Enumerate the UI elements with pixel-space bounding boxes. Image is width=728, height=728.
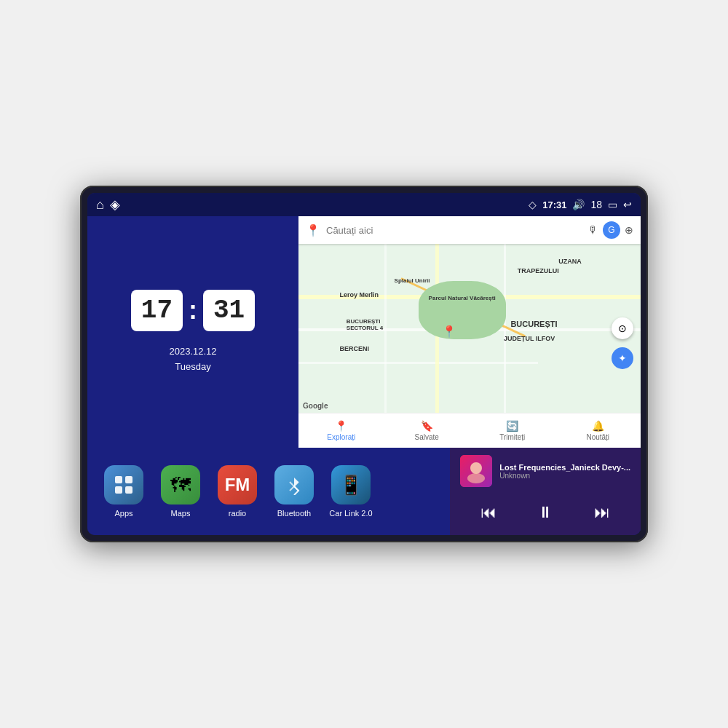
news-label: Noutăți [586, 433, 609, 441]
maps-pin-icon[interactable]: ◈ [110, 197, 120, 213]
music-player: Lost Frequencies_Janieck Devy-... Unknow… [450, 448, 641, 535]
play-pause-button[interactable]: ⏸ [530, 500, 561, 525]
svg-rect-1 [125, 476, 132, 483]
home-icon[interactable]: ⌂ [96, 197, 104, 213]
google-logo: Google [303, 402, 328, 410]
map-nav-saved[interactable]: 🔖 Salvate [384, 414, 470, 448]
car-unit-device: ⌂ ◈ ◇ 17:31 🔊 18 ▭ ↩ 17 : 31 [80, 186, 648, 542]
mic-icon-button[interactable]: 🎙 [588, 224, 598, 236]
date-text: 2023.12.12 [169, 344, 216, 360]
svg-rect-3 [125, 486, 132, 494]
app-icon-bluetooth[interactable]: Bluetooth [272, 465, 316, 518]
map-road [384, 244, 387, 413]
map-location-button[interactable]: ✦ [612, 347, 633, 369]
radio-label: radio [229, 509, 246, 518]
map-label-uzana: UZANA [558, 258, 582, 265]
clock-minute: 31 [203, 290, 255, 331]
map-label-splaiul: Splaiul Unirii [395, 277, 430, 284]
map-label-berceni: BERCENI [339, 345, 369, 352]
app-icon-apps[interactable]: Apps [102, 465, 146, 518]
app-icon-maps[interactable]: 🗺 Maps [159, 465, 202, 518]
clock-widget: 17 : 31 2023.12.12 Tuesday [87, 216, 298, 448]
map-nav-explore[interactable]: 📍 Explorați [298, 414, 384, 448]
carlink-icon-wrapper: 📱 [331, 465, 371, 505]
apps-area: Apps 🗺 Maps FM radio [87, 448, 450, 535]
map-pin-icon: 📍 [306, 223, 320, 237]
layers-icon-button[interactable]: ⊕ [625, 224, 633, 236]
clock-colon: : [189, 295, 197, 325]
device-screen: ⌂ ◈ ◇ 17:31 🔊 18 ▭ ↩ 17 : 31 [87, 193, 641, 535]
day-text: Tuesday [169, 360, 216, 375]
map-label-vacaresti: Parcul Natural Văcărești [429, 295, 496, 301]
apps-label: Apps [114, 509, 132, 518]
prev-button[interactable]: ⏮ [473, 500, 504, 525]
carlink-label: Car Link 2.0 [329, 509, 372, 518]
bluetooth-label: Bluetooth [277, 509, 311, 518]
battery-level: 18 [590, 199, 602, 210]
map-label-sector4: BUCUREȘTISECTORUL 4 [347, 318, 383, 331]
music-title: Lost Frequencies_Janieck Devy-... [499, 463, 630, 472]
svg-point-8 [467, 473, 485, 483]
map-search-input[interactable] [326, 225, 582, 236]
map-location-pin: 📍 [442, 325, 456, 339]
maps-icon-wrapper: 🗺 [161, 465, 200, 505]
svg-rect-0 [115, 476, 122, 483]
apps-icon [114, 475, 134, 495]
music-info: Lost Frequencies_Janieck Devy-... Unknow… [499, 463, 630, 480]
map-label-leroy: Leroy Merlin [339, 291, 379, 298]
search-icons: 🎙 G ⊕ [588, 221, 633, 239]
bottom-panel: Apps 🗺 Maps FM radio [87, 448, 641, 535]
radio-icon: FM [225, 475, 250, 495]
map-label-trapezului: TRAPEZULUI [518, 267, 559, 274]
map-bottom-nav: 📍 Explorați 🔖 Salvate 🔄 Trimiteți 🔔 Nout… [298, 413, 641, 448]
apps-icon-wrapper [104, 465, 143, 505]
park-area [419, 281, 506, 339]
map-nav-send[interactable]: 🔄 Trimiteți [470, 414, 555, 448]
map-label-ilfov: JUDEȚUL ILFOV [504, 335, 555, 342]
main-content: 17 : 31 2023.12.12 Tuesday 📍 🎙 [87, 216, 641, 448]
explore-label: Explorați [327, 433, 355, 441]
status-right-info: ◇ 17:31 🔊 18 ▭ ↩ [529, 199, 632, 210]
saved-label: Salvate [415, 433, 439, 441]
map-panel: 📍 🎙 G ⊕ [298, 216, 641, 448]
volume-icon[interactable]: 🔊 [572, 199, 585, 210]
map-nav-news[interactable]: 🔔 Noutăți [555, 414, 641, 448]
map-area[interactable]: BUCUREȘTI JUDEȚUL ILFOV Parcul Natural V… [298, 244, 641, 413]
map-road [298, 362, 538, 364]
send-icon: 🔄 [506, 420, 518, 432]
explore-icon: 📍 [335, 420, 347, 432]
map-background: BUCUREȘTI JUDEȚUL ILFOV Parcul Natural V… [298, 244, 641, 413]
music-artist: Unknown [499, 472, 630, 480]
status-left-icons: ⌂ ◈ [96, 197, 120, 213]
svg-rect-2 [115, 486, 122, 494]
map-search-bar: 📍 🎙 G ⊕ [298, 216, 641, 244]
battery-icon: ▭ [608, 199, 617, 210]
svg-point-7 [470, 462, 482, 474]
map-compass-button[interactable]: ⊙ [612, 317, 633, 339]
send-label: Trimiteți [499, 433, 525, 441]
gps-icon: ◇ [529, 199, 537, 210]
user-avatar[interactable]: G [603, 221, 620, 239]
news-icon: 🔔 [592, 420, 604, 432]
bluetooth-icon [284, 475, 304, 495]
status-time: 17:31 [542, 199, 566, 210]
clock-hour: 17 [131, 290, 183, 331]
status-bar: ⌂ ◈ ◇ 17:31 🔊 18 ▭ ↩ [87, 193, 641, 216]
app-icon-radio[interactable]: FM radio [215, 465, 259, 518]
saved-icon: 🔖 [421, 420, 433, 432]
clock-display: 17 : 31 [131, 290, 255, 331]
carlink-icon: 📱 [339, 474, 363, 496]
date-display: 2023.12.12 Tuesday [169, 344, 216, 375]
maps-label: Maps [171, 509, 191, 518]
back-icon[interactable]: ↩ [623, 199, 632, 210]
map-label-bucuresti: BUCUREȘTI [510, 320, 557, 328]
album-art [460, 455, 492, 487]
bluetooth-icon-wrapper [274, 465, 314, 505]
next-button[interactable]: ⏭ [587, 500, 617, 525]
music-top: Lost Frequencies_Janieck Devy-... Unknow… [460, 455, 630, 487]
radio-icon-wrapper: FM [218, 465, 257, 505]
left-panel: 17 : 31 2023.12.12 Tuesday [87, 216, 298, 448]
album-art-inner [460, 455, 492, 487]
app-icon-carlink[interactable]: 📱 Car Link 2.0 [329, 465, 373, 518]
music-controls: ⏮ ⏸ ⏭ [460, 497, 630, 528]
